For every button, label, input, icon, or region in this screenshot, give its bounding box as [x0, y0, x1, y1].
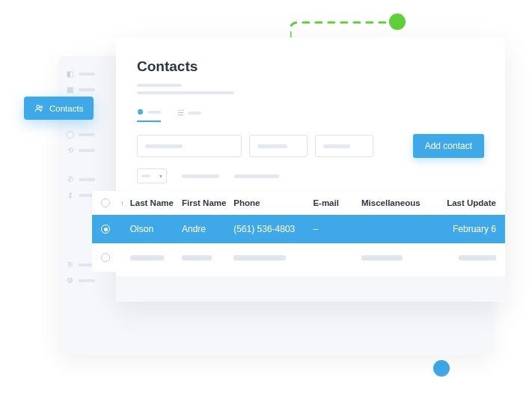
- search-input[interactable]: [137, 135, 242, 157]
- link-icon: ⟲: [66, 146, 74, 154]
- sidebar-item[interactable]: ⟲: [66, 142, 105, 158]
- page-title: Contacts: [137, 58, 484, 75]
- cell-skeleton: [233, 255, 286, 261]
- cell-email: –: [313, 224, 361, 234]
- filter-row: Add contact: [137, 134, 484, 158]
- filter-select-1[interactable]: [249, 135, 308, 157]
- sidebar-item[interactable]: ⚙: [66, 272, 105, 288]
- svg-point-1: [40, 106, 43, 109]
- footer-bar: [116, 276, 505, 302]
- tabs: ⚉ ☱: [137, 108, 484, 122]
- select-all-radio[interactable]: [101, 198, 120, 207]
- cell-skeleton: [361, 255, 403, 261]
- svg-point-0: [37, 105, 40, 108]
- list-icon: ☱: [177, 109, 184, 117]
- cell-last-name: Olson: [130, 224, 182, 234]
- col-header-last-update[interactable]: Last Update: [434, 198, 496, 207]
- contacts-table: ↑ Last Name First Name Phone E-mail Misc…: [92, 191, 505, 272]
- tab-label-skeleton: [188, 112, 201, 115]
- cell-last-update: February 6: [434, 224, 496, 234]
- main-panel: Contacts ⚉ ☱ Add contact ▾ ↑ Last Name F…: [116, 37, 505, 302]
- logout-icon: ⎘: [66, 261, 74, 269]
- col-header-first-name[interactable]: First Name: [182, 198, 233, 207]
- cell-skeleton: [459, 255, 496, 261]
- sidebar-pill-label: Contacts: [49, 104, 83, 113]
- phone-icon: ✆: [66, 175, 74, 183]
- select-value-skeleton: [141, 174, 150, 177]
- grid-icon: ▦: [66, 85, 74, 94]
- tab-label-skeleton: [147, 111, 161, 114]
- people-icon: [34, 103, 44, 113]
- cell-phone: (561) 536-4803: [233, 224, 313, 234]
- tab-list[interactable]: ☱: [177, 108, 201, 122]
- sidebar-item-label: [79, 73, 95, 76]
- sidebar-item-label: [79, 279, 95, 282]
- row-radio[interactable]: [101, 253, 120, 262]
- people-icon: ⚉: [137, 108, 144, 116]
- dashboard-icon: ◧: [66, 70, 74, 78]
- sidebar-item[interactable]: ◧: [66, 66, 105, 82]
- col-header-last-name[interactable]: Last Name: [130, 198, 182, 207]
- toolbar-skeleton: [234, 174, 279, 178]
- placeholder-skeleton: [257, 144, 287, 148]
- subtitle-skeleton: [137, 84, 182, 87]
- tree-icon: ⚷: [66, 191, 74, 199]
- filter-select-2[interactable]: [315, 135, 373, 157]
- toolbar-skeleton: [182, 174, 219, 178]
- table-row[interactable]: [92, 243, 505, 272]
- sidebar-item-label: [79, 149, 95, 152]
- toolbar-secondary: ▾: [137, 168, 484, 183]
- table-header-row: ↑ Last Name First Name Phone E-mail Misc…: [92, 191, 505, 215]
- cell-first-name: Andre: [182, 224, 233, 234]
- gear-icon: ⚙: [66, 276, 74, 284]
- sidebar-item-label: [79, 88, 95, 91]
- sort-asc-icon[interactable]: ↑: [120, 199, 130, 207]
- chevron-down-icon: ▾: [159, 173, 162, 180]
- col-header-phone[interactable]: Phone: [233, 198, 313, 207]
- col-header-email[interactable]: E-mail: [313, 198, 361, 207]
- add-contact-button[interactable]: Add contact: [413, 134, 484, 158]
- sidebar-item[interactable]: ◯: [66, 127, 105, 142]
- placeholder-skeleton: [145, 144, 183, 148]
- decor-green-dot: [389, 13, 406, 30]
- sidebar-item[interactable]: ✆: [66, 171, 105, 187]
- decor-blue-dot: [433, 360, 450, 377]
- sidebar-active-pill[interactable]: Contacts: [24, 97, 94, 120]
- cell-skeleton: [130, 255, 164, 261]
- chat-icon: ◯: [66, 130, 74, 138]
- sidebar-item-label: [79, 133, 95, 136]
- page-size-select[interactable]: ▾: [137, 168, 167, 183]
- subtitle-skeleton: [137, 91, 234, 94]
- sidebar-item-label: [79, 178, 95, 181]
- sidebar-item[interactable]: ▦: [66, 82, 105, 97]
- tab-people[interactable]: ⚉: [137, 108, 161, 122]
- cell-skeleton: [182, 255, 212, 261]
- placeholder-skeleton: [323, 144, 350, 148]
- table-row[interactable]: Olson Andre (561) 536-4803 – February 6: [92, 215, 505, 243]
- col-header-misc[interactable]: Miscellaneous: [361, 198, 434, 207]
- row-radio[interactable]: [101, 225, 120, 234]
